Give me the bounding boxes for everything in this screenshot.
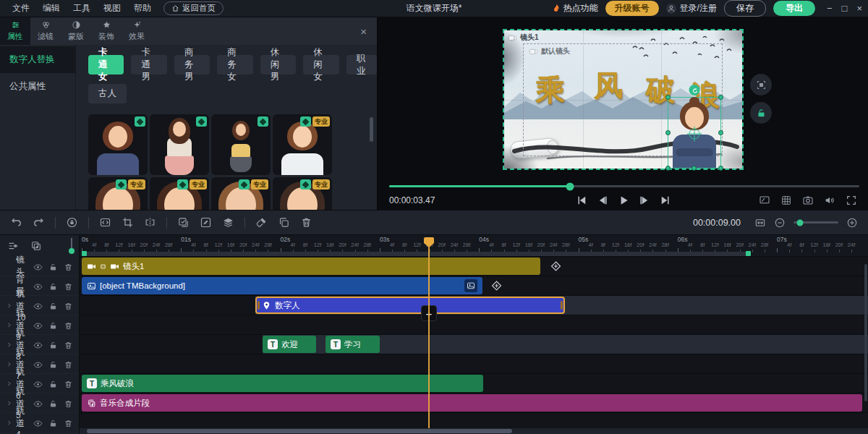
zoom-out-button[interactable] (774, 217, 786, 229)
expand-icon[interactable] (6, 341, 12, 348)
delete-track-button[interactable] (64, 418, 73, 427)
tab-属性[interactable]: 属性 (0, 17, 30, 45)
avatar-card-7[interactable]: 专业 (211, 177, 271, 210)
snapshot-button[interactable] (802, 195, 814, 206)
timeline-zoom-slider[interactable] (793, 221, 838, 224)
panel-scrollbar[interactable] (370, 117, 373, 142)
hot-features-button[interactable]: 热点功能 (551, 2, 598, 14)
category-职业[interactable]: 职业 (346, 55, 377, 75)
lock-toggle[interactable] (48, 418, 58, 427)
avatar-card-8[interactable]: 专业 (273, 177, 332, 210)
resize-handle[interactable] (665, 166, 671, 171)
rotate-handle[interactable] (689, 85, 700, 95)
playback-progress[interactable] (389, 185, 859, 187)
visibility-toggle[interactable] (33, 301, 43, 310)
maximize-button[interactable]: □ (842, 3, 848, 14)
resize-handle[interactable] (718, 166, 723, 171)
delete-track-button[interactable] (64, 320, 73, 330)
display-button[interactable] (759, 195, 770, 206)
clip-音乐合成片段[interactable]: 音乐合成片段 (82, 394, 862, 412)
brackets-button[interactable] (99, 216, 111, 229)
category-卡通女[interactable]: 卡通女 (88, 55, 124, 75)
fullscreen-button[interactable] (846, 195, 857, 206)
volume-button[interactable] (824, 195, 835, 206)
clip-学习[interactable]: T学习 (326, 336, 380, 353)
clip-数字人[interactable]: 数字人 (255, 297, 565, 314)
expand-icon[interactable] (6, 420, 12, 426)
addtrack-button[interactable] (30, 240, 42, 252)
expand-icon[interactable] (6, 302, 12, 309)
avatar-card-1[interactable] (88, 114, 148, 175)
category-卡通男[interactable]: 卡通男 (131, 55, 166, 75)
sidebar-item-数字人替换[interactable]: 数字人替换 (0, 46, 75, 73)
resize-handle[interactable] (692, 166, 697, 171)
fit-timeline-button[interactable] (754, 217, 766, 229)
menu-视图[interactable]: 视图 (103, 3, 121, 13)
sidebar-item-公共属性[interactable]: 公共属性 (0, 73, 75, 100)
lock-button[interactable] (750, 102, 772, 124)
visibility-toggle[interactable] (33, 281, 43, 291)
avatar-card-4[interactable]: 专业 (273, 114, 332, 175)
minimize-button[interactable]: − (827, 3, 833, 14)
trim-handle-right[interactable] (561, 301, 563, 310)
lock-toggle[interactable] (48, 399, 58, 408)
expand-icon[interactable] (6, 380, 12, 387)
delete-track-button[interactable] (64, 340, 73, 349)
export-button[interactable]: 导出 (773, 1, 815, 16)
prev-frame-button[interactable] (596, 194, 609, 207)
undo-button[interactable] (10, 216, 22, 229)
transform-button[interactable] (750, 74, 772, 95)
category-休闲女[interactable]: 休闲女 (303, 55, 339, 75)
visibility-toggle[interactable] (33, 320, 43, 330)
expand-icon[interactable] (6, 322, 12, 328)
digital-human-selection[interactable] (668, 97, 721, 169)
tab-装饰[interactable]: 装饰 (91, 17, 122, 45)
lock-toggle[interactable] (48, 340, 58, 349)
work-range-end[interactable] (746, 251, 751, 256)
flip-button[interactable] (144, 216, 156, 229)
time-ruler[interactable]: 0s4f8f12f16f20f24f28f01s4f8f12f16f20f24f… (80, 235, 868, 257)
delete-track-button[interactable] (64, 262, 73, 271)
resize-handle[interactable] (665, 130, 671, 135)
resize-handle[interactable] (718, 130, 723, 135)
trim-handle-left[interactable] (258, 301, 260, 310)
resize-handle[interactable] (718, 95, 723, 100)
visibility-toggle[interactable] (33, 399, 43, 408)
progress-handle[interactable] (566, 182, 574, 190)
menu-编辑[interactable]: 编辑 (43, 3, 60, 13)
skip-start-button[interactable] (575, 194, 588, 207)
delete-track-button[interactable] (64, 399, 73, 408)
category-休闲男[interactable]: 休闲男 (260, 55, 296, 75)
clip-[object TMBackground][interactable]: [object TMBackground] (82, 277, 482, 294)
avatar-card-5[interactable]: 专业 (88, 177, 148, 210)
tab-蒙版[interactable]: 蒙版 (61, 17, 91, 45)
trash-button[interactable] (300, 216, 312, 229)
resize-handle[interactable] (665, 95, 671, 100)
delete-track-button[interactable] (64, 359, 73, 369)
add-keyframe-button[interactable] (550, 260, 562, 273)
lock-toggle[interactable] (48, 359, 58, 369)
layers-button[interactable] (222, 216, 234, 229)
close-window-button[interactable]: × (856, 3, 862, 14)
redo-button[interactable] (33, 216, 45, 229)
panel-close-icon[interactable]: × (360, 25, 367, 38)
grid-button[interactable] (780, 195, 792, 206)
category-商务女[interactable]: 商务女 (217, 55, 252, 75)
anchor-target[interactable] (689, 129, 700, 140)
next-frame-button[interactable] (638, 194, 651, 207)
horizontal-scrollbar[interactable] (80, 428, 868, 434)
work-range-start[interactable] (82, 251, 87, 256)
tab-效果[interactable]: 效果 (122, 17, 152, 45)
visibility-toggle[interactable] (33, 418, 43, 427)
trackmgr-button[interactable] (7, 240, 19, 252)
avatar-card-3[interactable] (211, 114, 271, 175)
avatar-card-6[interactable]: 专业 (150, 177, 209, 210)
save-button[interactable]: 保存 (724, 0, 766, 17)
skip-end-button[interactable] (659, 194, 672, 207)
category-古人[interactable]: 古人 (88, 84, 127, 103)
expand-icon[interactable] (6, 361, 12, 367)
hscroll-thumb[interactable] (87, 429, 512, 433)
expand-icon[interactable] (6, 400, 12, 407)
add-keyframe-button[interactable] (490, 280, 503, 292)
delete-track-button[interactable] (64, 301, 73, 310)
